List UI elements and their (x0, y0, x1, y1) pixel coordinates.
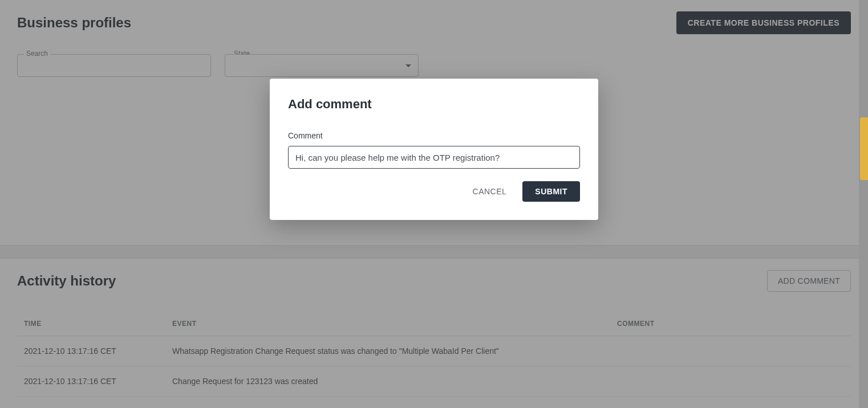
modal-backdrop[interactable]: Add comment Comment CANCEL SUBMIT (0, 0, 868, 408)
submit-button[interactable]: SUBMIT (522, 181, 580, 202)
side-help-tab[interactable] (860, 117, 868, 180)
comment-input[interactable] (288, 146, 580, 169)
modal-title: Add comment (288, 97, 580, 112)
cancel-button[interactable]: CANCEL (463, 181, 517, 202)
comment-field-label: Comment (288, 131, 580, 140)
add-comment-modal: Add comment Comment CANCEL SUBMIT (270, 79, 598, 220)
